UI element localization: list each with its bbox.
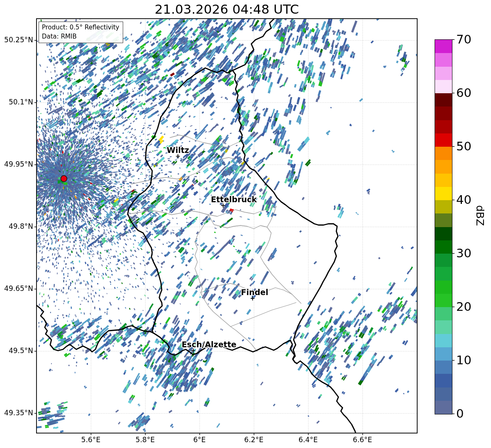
colorbar-segment <box>435 320 452 334</box>
x-tick-label-1: 5.8°E <box>136 436 155 444</box>
colorbar-segment <box>435 80 452 93</box>
colorbar-tick-0: 0 <box>456 407 464 421</box>
colorbar-segment <box>435 347 452 361</box>
x-tick-label-4: 6.4°E <box>299 436 318 444</box>
colorbar-tick-10: 10 <box>456 353 472 367</box>
colorbar-segment <box>435 67 452 80</box>
colorbar-segment <box>435 93 452 107</box>
colorbar-segment <box>435 120 452 133</box>
colorbar-segment <box>435 334 452 347</box>
product-info-line2: Data: RMIB <box>42 32 119 41</box>
colorbar-segment <box>435 133 452 147</box>
y-tick-label-1: 50.1°N <box>0 98 33 106</box>
colorbar-segment <box>435 53 452 66</box>
city-marker-icon: + <box>221 202 226 209</box>
y-tick-label-3: 49.8°N <box>0 222 33 230</box>
x-tick-label-2: 6°E <box>193 436 206 444</box>
colorbar-tick-40: 40 <box>456 193 472 207</box>
colorbar-segment <box>435 200 452 213</box>
x-tick-label-3: 6.2°E <box>244 436 263 444</box>
colorbar-segment <box>435 281 452 294</box>
colorbar-segment <box>435 387 452 401</box>
y-tick-label-4: 49.65°N <box>0 284 33 293</box>
radar-app-window: { "title": "21.03.2026 04:48 UTC", "info… <box>0 0 491 448</box>
colorbar-segment <box>435 227 452 240</box>
y-tick-label-2: 49.95°N <box>0 160 33 168</box>
y-tick-label-6: 49.35°N <box>0 409 33 417</box>
city-label-ettelbruck: Ettelbruck <box>211 195 257 204</box>
colorbar <box>435 39 452 414</box>
colorbar-segment <box>435 294 452 307</box>
product-info-line1: Product: 0.5° Reflectivity <box>42 23 119 32</box>
y-tick-label-0: 50.25°N <box>0 36 33 44</box>
colorbar-segment <box>435 107 452 120</box>
colorbar-tick-20: 20 <box>456 300 472 314</box>
colorbar-tick-60: 60 <box>456 86 472 100</box>
map-title: 21.03.2026 04:48 UTC <box>36 2 417 17</box>
colorbar-tick-50: 50 <box>456 139 472 153</box>
colorbar-segment <box>435 254 452 267</box>
colorbar-segment <box>435 401 452 414</box>
city-label-esch-alzette: Esch/Alzette <box>182 340 236 349</box>
product-info-box: Product: 0.5° Reflectivity Data: RMIB <box>39 22 123 43</box>
city-marker-icon: + <box>250 295 255 302</box>
colorbar-unit-label: dBZ <box>474 205 486 226</box>
y-tick-label-5: 49.5°N <box>0 346 33 355</box>
colorbar-segment <box>435 374 452 387</box>
x-tick-label-5: 6.6°E <box>353 436 372 444</box>
colorbar-segment <box>435 187 452 200</box>
colorbar-tick-30: 30 <box>456 246 472 260</box>
colorbar-segment <box>435 160 452 173</box>
colorbar-segment <box>435 307 452 320</box>
city-marker-icon: + <box>191 347 196 354</box>
x-tick-label-0: 5.6°E <box>81 436 100 444</box>
colorbar-segment <box>435 267 452 280</box>
city-marker-icon: + <box>175 153 181 160</box>
colorbar-segment <box>435 174 452 187</box>
colorbar-tick-70: 70 <box>456 32 472 46</box>
colorbar-segment <box>435 40 452 53</box>
radar-map-canvas <box>0 0 491 448</box>
colorbar-segment <box>435 240 452 254</box>
colorbar-segment <box>435 361 452 374</box>
colorbar-segment <box>435 147 452 160</box>
colorbar-segment <box>435 213 452 227</box>
